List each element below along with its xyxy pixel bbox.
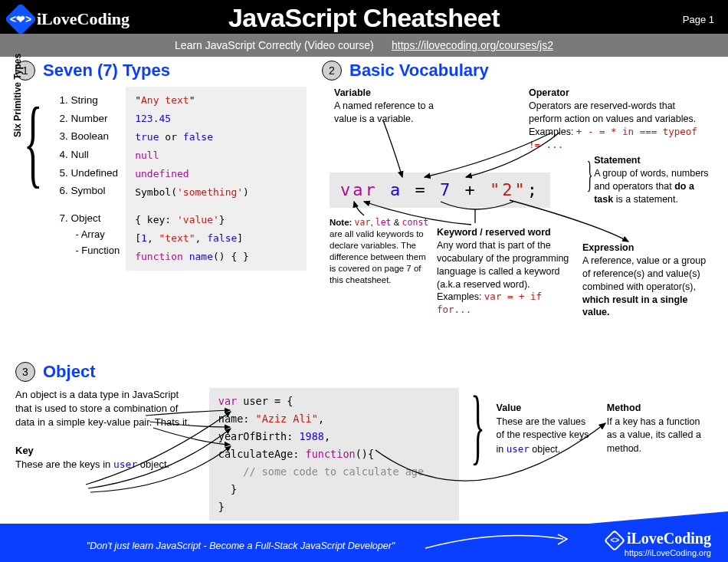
object-intro: An object is a data type in JavaScript t… bbox=[15, 388, 197, 472]
list-item: Undefined bbox=[71, 164, 120, 182]
list-item: Null bbox=[71, 146, 120, 164]
section-number-2: 2 bbox=[322, 61, 342, 81]
section-object: 3 Object An object is a data type in Jav… bbox=[15, 362, 713, 521]
brand-name: iLoveCoding bbox=[37, 9, 130, 29]
section-seven-types: 1 Seven (7) Types Six Primitive Types { … bbox=[15, 61, 307, 271]
section-basic-vocabulary: 2 Basic Vocabulary Variable A named refe… bbox=[322, 61, 713, 87]
vocab-keyword: Keyword / reserved word Any word that is… bbox=[437, 226, 575, 317]
section-title-1: Seven (7) Types bbox=[43, 61, 170, 81]
footer-arrow-icon bbox=[421, 525, 575, 556]
page-title: JavaScript Cheatsheet bbox=[228, 3, 500, 33]
object-method-def: Method If a key has a function as a valu… bbox=[607, 402, 713, 455]
types-code-examples: "Any text" 123.45 true or false null und… bbox=[126, 87, 307, 271]
list-item: String bbox=[71, 91, 120, 110]
footer-brand: <>iLoveCoding https://iLoveCoding.org bbox=[607, 530, 711, 557]
subtitle-text: Learn JavaScript Correctly (Video course… bbox=[175, 39, 374, 51]
list-item: - Array bbox=[54, 227, 120, 243]
curly-brace-icon: } bbox=[471, 400, 484, 451]
list-item: Number bbox=[71, 110, 120, 128]
object-key-def: Key These are the keys in user object. bbox=[15, 444, 197, 472]
brand-logo: <❤> iLoveCoding bbox=[9, 8, 130, 31]
logo-icon: <> bbox=[604, 530, 625, 551]
course-link[interactable]: https://ilovecoding.org/courses/js2 bbox=[392, 39, 553, 51]
vocab-code-example: var a = 7 + "2"; bbox=[330, 173, 550, 208]
section-number-3: 3 bbox=[15, 362, 35, 382]
object-code-example: var user = { name: "Aziz Ali", yearOfBir… bbox=[209, 388, 459, 521]
vocab-variable: Variable A named reference to a value is… bbox=[334, 87, 457, 126]
section-title-3: Object bbox=[43, 362, 95, 382]
list-item: - Function bbox=[54, 243, 120, 259]
vocab-expression: Expression A reference, value or a group… bbox=[582, 242, 713, 319]
page-number: Page 1 bbox=[683, 14, 714, 25]
list-item: Object bbox=[71, 209, 120, 228]
vocab-note: Note: var, let & const are all valid key… bbox=[330, 217, 429, 286]
subheader-bar: Learn JavaScript Correctly (Video course… bbox=[0, 34, 728, 57]
logo-icon: <❤> bbox=[5, 3, 37, 35]
types-list: String Number Boolean Null Undefined Sym… bbox=[51, 87, 126, 271]
footer-url: https://iLoveCoding.org bbox=[607, 548, 711, 557]
footer-bar: "Don't just learn JavaScript - Become a … bbox=[0, 524, 728, 562]
list-item: Boolean bbox=[71, 127, 120, 146]
footer-quote: "Don't just learn JavaScript - Become a … bbox=[87, 541, 395, 551]
object-value-def: Value These are the values of the respec… bbox=[497, 402, 595, 456]
vocab-operator: Operator Operators are reserved-words th… bbox=[529, 87, 705, 151]
curly-brace-icon: { bbox=[24, 102, 43, 271]
list-item: Symbol bbox=[71, 182, 120, 200]
primitive-types-label: Six Primitive Types bbox=[12, 54, 23, 137]
section-title-2: Basic Vocabulary bbox=[349, 61, 489, 81]
vocab-statement: } Statement A group of words, numbers an… bbox=[582, 154, 713, 206]
header-bar: <❤> iLoveCoding JavaScript Cheatsheet Pa… bbox=[0, 0, 728, 34]
